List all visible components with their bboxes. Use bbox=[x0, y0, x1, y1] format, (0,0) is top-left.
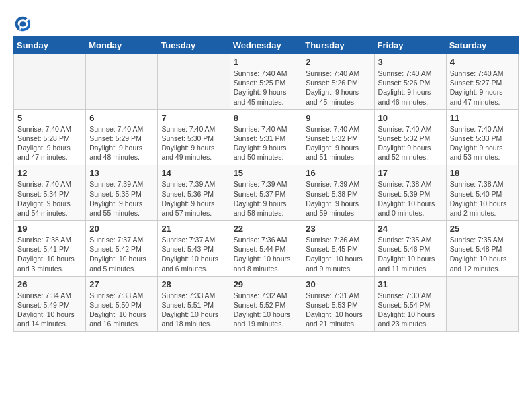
day-info: Sunrise: 7:37 AM Sunset: 5:43 PM Dayligh… bbox=[161, 235, 226, 273]
day-info: Sunrise: 7:30 AM Sunset: 5:54 PM Dayligh… bbox=[378, 291, 443, 329]
day-number: 25 bbox=[450, 224, 515, 234]
calendar-week-row: 5Sunrise: 7:40 AM Sunset: 5:28 PM Daylig… bbox=[14, 109, 519, 165]
calendar-cell: 26Sunrise: 7:34 AM Sunset: 5:49 PM Dayli… bbox=[14, 276, 86, 332]
day-info: Sunrise: 7:40 AM Sunset: 5:31 PM Dayligh… bbox=[234, 124, 299, 163]
calendar-cell: 9Sunrise: 7:40 AM Sunset: 5:32 PM Daylig… bbox=[302, 109, 374, 165]
day-info: Sunrise: 7:34 AM Sunset: 5:49 PM Dayligh… bbox=[17, 291, 82, 329]
day-info: Sunrise: 7:40 AM Sunset: 5:27 PM Dayligh… bbox=[450, 68, 515, 107]
weekday-header-row: SundayMondayTuesdayWednesdayThursdayFrid… bbox=[14, 37, 519, 54]
day-info: Sunrise: 7:40 AM Sunset: 5:33 PM Dayligh… bbox=[450, 124, 515, 163]
day-number: 23 bbox=[306, 224, 370, 234]
calendar-cell: 1Sunrise: 7:40 AM Sunset: 5:25 PM Daylig… bbox=[230, 54, 302, 110]
calendar-week-row: 19Sunrise: 7:38 AM Sunset: 5:41 PM Dayli… bbox=[14, 221, 519, 277]
calendar-cell: 31Sunrise: 7:30 AM Sunset: 5:54 PM Dayli… bbox=[374, 276, 446, 332]
day-info: Sunrise: 7:40 AM Sunset: 5:26 PM Dayligh… bbox=[306, 68, 370, 107]
day-number: 13 bbox=[89, 168, 154, 178]
day-info: Sunrise: 7:39 AM Sunset: 5:35 PM Dayligh… bbox=[89, 179, 154, 218]
weekday-header-tuesday: Tuesday bbox=[158, 37, 230, 54]
calendar-cell: 21Sunrise: 7:37 AM Sunset: 5:43 PM Dayli… bbox=[158, 221, 230, 277]
day-number: 21 bbox=[161, 224, 226, 234]
day-number: 15 bbox=[234, 168, 299, 178]
day-info: Sunrise: 7:40 AM Sunset: 5:28 PM Dayligh… bbox=[17, 124, 82, 163]
weekday-header-sunday: Sunday bbox=[14, 37, 86, 54]
day-number: 14 bbox=[161, 168, 226, 178]
calendar-cell: 14Sunrise: 7:39 AM Sunset: 5:36 PM Dayli… bbox=[158, 165, 230, 221]
day-info: Sunrise: 7:39 AM Sunset: 5:37 PM Dayligh… bbox=[234, 179, 299, 218]
day-info: Sunrise: 7:38 AM Sunset: 5:40 PM Dayligh… bbox=[450, 179, 515, 218]
calendar-table: SundayMondayTuesdayWednesdayThursdayFrid… bbox=[13, 36, 519, 332]
day-number: 31 bbox=[378, 279, 443, 289]
day-number: 6 bbox=[89, 113, 154, 123]
day-info: Sunrise: 7:31 AM Sunset: 5:53 PM Dayligh… bbox=[306, 291, 370, 329]
weekday-header-monday: Monday bbox=[86, 37, 158, 54]
calendar-cell: 12Sunrise: 7:40 AM Sunset: 5:34 PM Dayli… bbox=[14, 165, 86, 221]
calendar-cell: 13Sunrise: 7:39 AM Sunset: 5:35 PM Dayli… bbox=[86, 165, 158, 221]
day-info: Sunrise: 7:36 AM Sunset: 5:45 PM Dayligh… bbox=[306, 235, 370, 273]
calendar-cell: 28Sunrise: 7:33 AM Sunset: 5:51 PM Dayli… bbox=[158, 276, 230, 332]
day-number: 26 bbox=[17, 279, 82, 289]
day-info: Sunrise: 7:35 AM Sunset: 5:48 PM Dayligh… bbox=[450, 235, 515, 273]
page-container: SundayMondayTuesdayWednesdayThursdayFrid… bbox=[0, 0, 532, 338]
day-number: 11 bbox=[450, 113, 515, 123]
day-number: 30 bbox=[306, 279, 370, 289]
calendar-cell: 30Sunrise: 7:31 AM Sunset: 5:53 PM Dayli… bbox=[302, 276, 374, 332]
day-info: Sunrise: 7:40 AM Sunset: 5:30 PM Dayligh… bbox=[161, 124, 226, 163]
day-number: 9 bbox=[306, 113, 370, 123]
calendar-cell: 23Sunrise: 7:36 AM Sunset: 5:45 PM Dayli… bbox=[302, 221, 374, 277]
calendar-cell: 22Sunrise: 7:36 AM Sunset: 5:44 PM Dayli… bbox=[230, 221, 302, 277]
calendar-cell: 17Sunrise: 7:38 AM Sunset: 5:39 PM Dayli… bbox=[374, 165, 446, 221]
day-info: Sunrise: 7:40 AM Sunset: 5:26 PM Dayligh… bbox=[378, 68, 443, 107]
day-info: Sunrise: 7:40 AM Sunset: 5:29 PM Dayligh… bbox=[89, 124, 154, 163]
day-info: Sunrise: 7:33 AM Sunset: 5:51 PM Dayligh… bbox=[161, 291, 226, 329]
calendar-cell bbox=[158, 54, 230, 110]
day-number: 16 bbox=[306, 168, 370, 178]
calendar-cell: 29Sunrise: 7:32 AM Sunset: 5:52 PM Dayli… bbox=[230, 276, 302, 332]
day-number: 19 bbox=[17, 224, 82, 234]
weekday-header-friday: Friday bbox=[374, 37, 446, 54]
calendar-cell: 25Sunrise: 7:35 AM Sunset: 5:48 PM Dayli… bbox=[446, 221, 518, 277]
calendar-cell bbox=[86, 54, 158, 110]
day-number: 2 bbox=[306, 57, 370, 67]
day-number: 27 bbox=[89, 279, 154, 289]
day-number: 17 bbox=[378, 168, 443, 178]
day-number: 8 bbox=[234, 113, 299, 123]
day-info: Sunrise: 7:37 AM Sunset: 5:42 PM Dayligh… bbox=[89, 235, 154, 273]
header bbox=[13, 11, 519, 32]
day-number: 18 bbox=[450, 168, 515, 178]
day-info: Sunrise: 7:40 AM Sunset: 5:34 PM Dayligh… bbox=[17, 179, 82, 218]
calendar-week-row: 12Sunrise: 7:40 AM Sunset: 5:34 PM Dayli… bbox=[14, 165, 519, 221]
calendar-cell: 18Sunrise: 7:38 AM Sunset: 5:40 PM Dayli… bbox=[446, 165, 518, 221]
day-number: 12 bbox=[17, 168, 82, 178]
day-info: Sunrise: 7:39 AM Sunset: 5:38 PM Dayligh… bbox=[306, 179, 370, 218]
weekday-header-saturday: Saturday bbox=[446, 37, 518, 54]
calendar-cell bbox=[14, 54, 86, 110]
calendar-cell: 20Sunrise: 7:37 AM Sunset: 5:42 PM Dayli… bbox=[86, 221, 158, 277]
calendar-cell: 15Sunrise: 7:39 AM Sunset: 5:37 PM Dayli… bbox=[230, 165, 302, 221]
day-number: 1 bbox=[234, 57, 299, 67]
weekday-header-thursday: Thursday bbox=[302, 37, 374, 54]
calendar-cell: 19Sunrise: 7:38 AM Sunset: 5:41 PM Dayli… bbox=[14, 221, 86, 277]
day-info: Sunrise: 7:40 AM Sunset: 5:32 PM Dayligh… bbox=[378, 124, 443, 163]
day-info: Sunrise: 7:33 AM Sunset: 5:50 PM Dayligh… bbox=[89, 291, 154, 329]
logo-icon bbox=[13, 13, 32, 32]
calendar-cell: 2Sunrise: 7:40 AM Sunset: 5:26 PM Daylig… bbox=[302, 54, 374, 110]
calendar-cell: 3Sunrise: 7:40 AM Sunset: 5:26 PM Daylig… bbox=[374, 54, 446, 110]
calendar-week-row: 26Sunrise: 7:34 AM Sunset: 5:49 PM Dayli… bbox=[14, 276, 519, 332]
day-number: 7 bbox=[161, 113, 226, 123]
calendar-cell: 4Sunrise: 7:40 AM Sunset: 5:27 PM Daylig… bbox=[446, 54, 518, 110]
day-number: 28 bbox=[161, 279, 226, 289]
day-info: Sunrise: 7:40 AM Sunset: 5:32 PM Dayligh… bbox=[306, 124, 370, 163]
calendar-cell bbox=[446, 276, 518, 332]
calendar-cell: 24Sunrise: 7:35 AM Sunset: 5:46 PM Dayli… bbox=[374, 221, 446, 277]
logo bbox=[13, 13, 35, 32]
day-number: 20 bbox=[89, 224, 154, 234]
calendar-cell: 27Sunrise: 7:33 AM Sunset: 5:50 PM Dayli… bbox=[86, 276, 158, 332]
calendar-cell: 16Sunrise: 7:39 AM Sunset: 5:38 PM Dayli… bbox=[302, 165, 374, 221]
calendar-week-row: 1Sunrise: 7:40 AM Sunset: 5:25 PM Daylig… bbox=[14, 54, 519, 110]
day-info: Sunrise: 7:40 AM Sunset: 5:25 PM Dayligh… bbox=[234, 68, 299, 107]
day-info: Sunrise: 7:38 AM Sunset: 5:39 PM Dayligh… bbox=[378, 179, 443, 218]
day-info: Sunrise: 7:32 AM Sunset: 5:52 PM Dayligh… bbox=[234, 291, 299, 329]
weekday-header-wednesday: Wednesday bbox=[230, 37, 302, 54]
day-info: Sunrise: 7:36 AM Sunset: 5:44 PM Dayligh… bbox=[234, 235, 299, 273]
calendar-cell: 7Sunrise: 7:40 AM Sunset: 5:30 PM Daylig… bbox=[158, 109, 230, 165]
